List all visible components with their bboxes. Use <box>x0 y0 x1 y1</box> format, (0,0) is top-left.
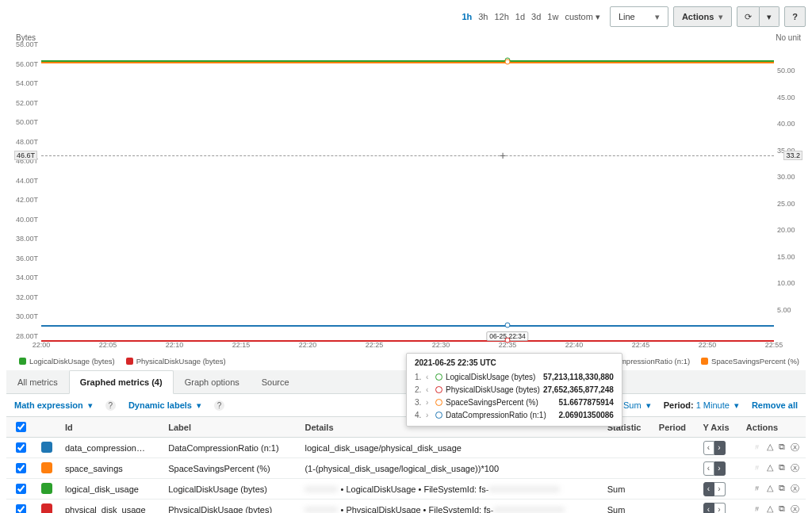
toolbar: 1h 3h 12h 1d 3d 1w custom Line▾ Actions▾… <box>6 5 806 29</box>
remove-icon[interactable]: ⓧ <box>791 462 799 474</box>
legend-item[interactable]: PhysicalDiskUsage (bytes) <box>126 357 226 366</box>
column-header: Y Axis <box>697 417 740 438</box>
refresh-icon: ⟳ <box>745 12 752 22</box>
help-button[interactable]: ? <box>784 6 806 27</box>
help-icon[interactable]: ? <box>214 400 224 411</box>
cell-id: logical_disk_usage <box>59 479 162 500</box>
alarm-icon[interactable]: △ <box>767 442 773 454</box>
tab-graph-options[interactable]: Graph options <box>174 370 251 394</box>
cell-details: • LogicalDiskUsage • FileSystemId: fs- <box>298 479 600 500</box>
cell-period <box>653 438 697 458</box>
range-3h[interactable]: 3h <box>478 12 488 21</box>
remove-icon[interactable]: ⓧ <box>791 503 799 513</box>
time-ranges: 1h 3h 12h 1d 3d 1w custom <box>462 12 600 22</box>
cell-details: logical_disk_usage/physical_disk_usage <box>298 438 600 458</box>
column-header <box>6 417 35 438</box>
series-color-swatch[interactable] <box>41 503 52 514</box>
metrics-table: IdLabelDetailsStatisticPeriodY AxisActio… <box>6 416 806 513</box>
duplicate-icon[interactable]: ⧉ <box>779 483 785 495</box>
duplicate-icon[interactable]: ⧉ <box>779 442 785 454</box>
remove-all-link[interactable]: Remove all <box>752 400 798 410</box>
yaxis-toggle[interactable]: ‹› <box>703 441 726 455</box>
help-icon[interactable]: ? <box>105 400 116 411</box>
caret-down-icon: ▾ <box>718 12 723 22</box>
cell-statistic <box>601 438 653 458</box>
plot-area[interactable]: 28.00T30.00T32.00T34.00T36.00T38.00T40.0… <box>41 44 774 336</box>
yaxis-toggle[interactable]: ‹› <box>703 482 726 496</box>
series-chart-icon: 〃 <box>753 442 761 454</box>
table-row: data_compression…DataCompressionRatio (n… <box>6 438 806 458</box>
tab-all-metrics[interactable]: All metrics <box>6 370 69 394</box>
metrics-chart[interactable]: Bytes No unit 28.00T30.00T32.00T34.00T36… <box>6 32 806 357</box>
table-row: physical_disk_usagePhysicalDiskUsage (by… <box>6 500 806 514</box>
tab-source[interactable]: Source <box>251 370 301 394</box>
yaxis-toggle[interactable]: ‹› <box>703 461 726 476</box>
cell-id: data_compression… <box>59 438 162 458</box>
legend-item[interactable]: LogicalDiskUsage (bytes) <box>19 357 115 366</box>
duplicate-icon[interactable]: ⧉ <box>779 462 785 474</box>
refresh-split-button: ⟳ ▾ <box>737 6 779 27</box>
range-custom[interactable]: custom <box>565 12 600 22</box>
refresh-button[interactable]: ⟳ <box>737 6 760 27</box>
series-color-swatch[interactable] <box>41 483 52 494</box>
select-all-checkbox[interactable] <box>16 422 26 432</box>
tooltip-row: 3.›SpaceSavingsPercent (%)51.6677875914 <box>415 396 614 408</box>
cell-id: physical_disk_usage <box>59 500 162 514</box>
series-chart-icon[interactable]: 〃 <box>753 483 761 495</box>
tooltip-row: 1.‹LogicalDiskUsage (bytes)57,213,118,33… <box>415 370 614 383</box>
column-header <box>35 417 59 438</box>
caret-down-icon: ▾ <box>655 12 660 22</box>
refresh-menu-button[interactable]: ▾ <box>760 6 779 27</box>
remove-icon[interactable]: ⓧ <box>791 442 799 454</box>
cell-label: LogicalDiskUsage (bytes) <box>162 479 298 500</box>
cell-label: PhysicalDiskUsage (bytes) <box>162 500 298 514</box>
range-1h[interactable]: 1h <box>462 12 472 21</box>
row-checkbox[interactable] <box>16 463 26 473</box>
tab-graphed-metrics[interactable]: Graphed metrics (4) <box>69 370 174 394</box>
alarm-icon[interactable]: △ <box>767 483 773 495</box>
cell-details: (1-(physical_disk_usage/logical_disk_usa… <box>298 458 600 479</box>
series-color-swatch[interactable] <box>41 442 52 453</box>
cell-period <box>653 458 697 479</box>
help-icon: ? <box>792 12 798 21</box>
tooltip-row: 4.›DataCompressionRatio (n:1)2.069013500… <box>415 408 614 421</box>
column-header: Period <box>653 417 697 438</box>
column-header: Actions <box>740 417 806 438</box>
legend-item[interactable]: SpaceSavingsPercent (%) <box>701 357 799 366</box>
cell-statistic: Sum <box>601 479 653 500</box>
right-axis-label: No unit <box>776 33 801 42</box>
table-row: space_savingsSpaceSavingsPercent (%)(1-(… <box>6 458 806 479</box>
range-12h[interactable]: 12h <box>494 12 508 21</box>
cell-period <box>653 500 697 514</box>
range-1w[interactable]: 1w <box>547 12 558 21</box>
tooltip-title: 2021-06-25 22:35 UTC <box>415 358 614 367</box>
actions-button[interactable]: Actions▾ <box>673 6 732 27</box>
column-header: Id <box>59 417 162 438</box>
statistic-dropdown[interactable]: Sum ▾ <box>623 400 651 410</box>
alarm-icon[interactable]: △ <box>767 503 773 513</box>
dynamic-labels-dropdown[interactable]: Dynamic labels ▾ <box>128 400 201 411</box>
range-3d[interactable]: 3d <box>531 12 541 21</box>
range-1d[interactable]: 1d <box>515 12 525 21</box>
caret-down-icon: ▾ <box>767 12 772 22</box>
remove-icon[interactable]: ⓧ <box>791 483 799 495</box>
cell-yaxis: ‹› <box>697 479 740 500</box>
row-checkbox[interactable] <box>16 484 26 494</box>
row-checkbox[interactable] <box>16 442 26 453</box>
alarm-icon[interactable]: △ <box>767 462 773 474</box>
cell-details: • PhysicalDiskUsage • FileSystemId: fs- <box>298 500 600 514</box>
cell-yaxis: ‹› <box>697 458 740 479</box>
math-expression-dropdown[interactable]: Math expression ▾ <box>14 400 93 411</box>
column-header: Label <box>162 417 298 438</box>
cell-actions: 〃△⧉ⓧ <box>740 500 806 514</box>
series-color-swatch[interactable] <box>41 462 52 473</box>
series-chart-icon[interactable]: 〃 <box>753 503 761 513</box>
row-checkbox[interactable] <box>16 504 26 513</box>
duplicate-icon[interactable]: ⧉ <box>779 503 785 513</box>
chart-type-select[interactable]: Line▾ <box>610 6 668 27</box>
tooltip-row: 2.‹PhysicalDiskUsage (bytes)27,652,365,8… <box>415 383 614 396</box>
period-dropdown[interactable]: 1 Minute ▾ <box>696 400 739 410</box>
cell-actions: 〃△⧉ⓧ <box>740 458 806 479</box>
yaxis-toggle[interactable]: ‹› <box>703 503 726 514</box>
cell-label: DataCompressionRatio (n:1) <box>162 438 298 458</box>
